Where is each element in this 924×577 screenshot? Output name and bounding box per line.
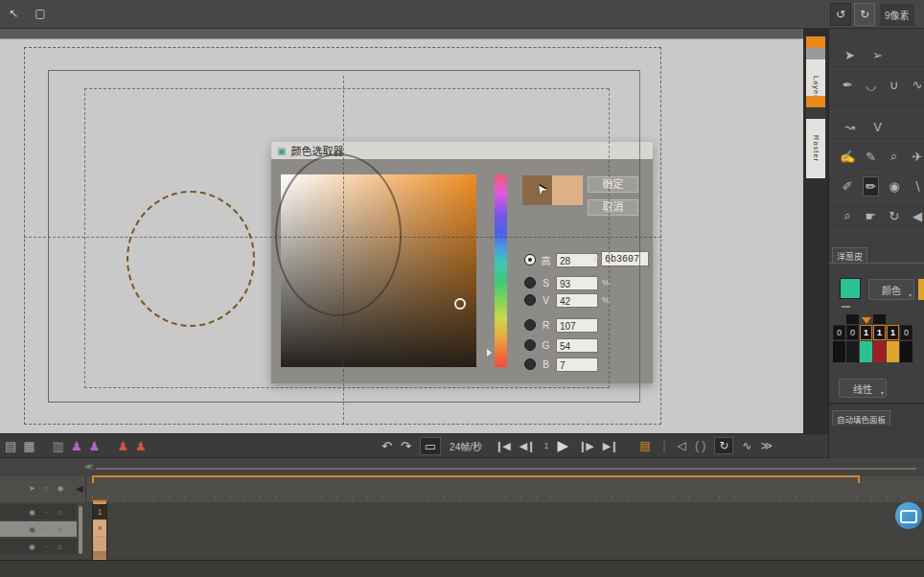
radio-V[interactable] <box>524 294 536 306</box>
lock-icon[interactable]: ⌂ <box>58 508 62 517</box>
radio-G[interactable] <box>524 339 536 351</box>
tab-onion-skin[interactable]: 洋葱皮 <box>832 247 867 264</box>
hand-tool-icon[interactable]: ☛ <box>863 206 878 226</box>
pingpong-icon[interactable]: ∿ <box>742 439 751 452</box>
onion-frame-count-cell[interactable]: 0 <box>900 325 912 340</box>
playback-tool-icon[interactable]: ◀ <box>910 206 924 226</box>
frame-1-drawing-cell[interactable]: ≣ <box>93 520 106 536</box>
radio-R[interactable] <box>524 319 536 331</box>
next-frame-button[interactable]: ❙▶ <box>578 440 593 452</box>
onion-after2-icon[interactable]: ♟ <box>135 439 147 453</box>
first-frame-button[interactable]: ❙◀ <box>495 440 510 452</box>
onion-color-cell[interactable] <box>860 341 872 362</box>
onion-color-swatch-teal[interactable] <box>840 278 861 299</box>
radio-S[interactable] <box>524 277 536 288</box>
onion-frame-count-cell[interactable]: 1 <box>860 325 872 340</box>
field-input-B[interactable]: 7 <box>556 358 598 372</box>
ok-button[interactable]: 确定 <box>588 176 638 193</box>
onion-before-icon[interactable]: ♟ <box>71 439 82 453</box>
transform-tool-icon[interactable]: ✈ <box>910 147 924 167</box>
layer-row[interactable]: ◉·⌂ <box>0 521 77 537</box>
sound-mute-icon[interactable]: ◁ <box>678 439 686 452</box>
pen-tool-icon[interactable]: ✒ <box>840 75 855 95</box>
tab-autofill-panel[interactable]: 自动填色面板 <box>832 410 890 426</box>
play-button[interactable]: ▶ <box>557 437 568 454</box>
eye-icon[interactable]: ◉ <box>29 525 35 534</box>
dot-icon[interactable]: · <box>45 542 48 551</box>
dot-icon[interactable]: · <box>45 508 48 517</box>
onion-color-dropdown[interactable]: 颜色 ▾ <box>868 279 914 300</box>
frame-1-keyframe-cell[interactable]: 1 <box>93 504 106 519</box>
vector-tool-icon[interactable]: V <box>867 117 888 137</box>
timeline-rows-icon[interactable]: ▤ <box>5 439 16 453</box>
line-tool-icon[interactable]: ∖ <box>910 176 924 196</box>
layer-tab[interactable]: Raster <box>806 96 825 178</box>
eye-icon[interactable]: ◉ <box>58 484 64 493</box>
s-curve-tool-icon[interactable]: ∿ <box>910 75 924 95</box>
onion-color-cell[interactable] <box>873 341 886 362</box>
onion-color-swatch-yellow[interactable] <box>918 279 924 300</box>
pencil-tool-icon[interactable]: ✎ <box>863 147 878 167</box>
frame-indicator[interactable]: 1 <box>543 441 547 450</box>
marquee-select-icon[interactable]: ▢ <box>31 3 50 24</box>
field-input-V[interactable]: 42 <box>556 293 598 308</box>
range-end-marker[interactable] <box>854 475 860 483</box>
timeline-grid-icon[interactable]: ▦ <box>23 439 35 453</box>
onion-frame-count-cell[interactable]: 0 <box>833 325 845 340</box>
divider-icon[interactable]: ❘ <box>659 439 669 452</box>
orange-circle-shape[interactable] <box>127 191 255 327</box>
layer-tab-label[interactable]: Raster <box>806 119 825 178</box>
layer-row[interactable]: ◉·⌂ <box>0 539 77 554</box>
selection-tool-icon[interactable]: ➤ <box>840 45 860 65</box>
radio-高[interactable] <box>524 254 536 265</box>
collapse-panel-icon[interactable]: ◀ <box>76 483 83 494</box>
dot-icon[interactable]: · <box>45 525 48 534</box>
smooth-stroke-tool-icon[interactable]: ↝ <box>840 117 860 137</box>
lock-icon[interactable]: ⌂ <box>58 542 62 551</box>
onion-color-cell[interactable] <box>887 341 899 362</box>
frame-bracket-icon[interactable]: ( ) <box>695 439 705 452</box>
lasso-stroke-icon[interactable]: ↻ <box>854 3 875 26</box>
frame-rate-icon[interactable]: ▭ <box>420 437 441 455</box>
range-start-marker[interactable] <box>92 475 98 483</box>
layer-list-scrollbar[interactable] <box>79 506 82 554</box>
radio-B[interactable] <box>524 358 536 370</box>
u-curve-tool-icon[interactable]: ∪ <box>887 75 902 95</box>
dialog-titlebar[interactable]: ▣ 颜色选取器 <box>271 142 653 159</box>
eye-icon[interactable]: ◉ <box>29 508 35 517</box>
fill-pen-tool-icon[interactable]: ✐ <box>840 176 855 196</box>
lock-icon[interactable]: ⌂ <box>58 525 62 534</box>
hue-cursor-marker[interactable] <box>487 349 492 357</box>
onion-color-cell[interactable] <box>900 341 912 362</box>
field-input-R[interactable]: 107 <box>556 318 598 333</box>
onion-after-icon[interactable]: ♟ <box>117 439 128 453</box>
onion-before2-icon[interactable]: ♟ <box>89 439 101 453</box>
step-playback-icon[interactable]: ≫ <box>760 439 773 452</box>
onion-mode-dropdown[interactable]: 线性 ▾ <box>839 379 887 398</box>
onion-frame-count-cell[interactable]: 1 <box>887 325 899 340</box>
exposure-sheet-icon[interactable]: ▥ <box>53 439 64 453</box>
loop-playback-icon[interactable]: ↻ <box>714 437 733 454</box>
timeline-scroll-arrow-icon[interactable]: ≪ <box>84 462 93 472</box>
frame-1-extend-cell[interactable] <box>93 537 106 551</box>
node-edit-tool-icon[interactable]: ➢ <box>867 45 888 65</box>
onion-color-cell[interactable] <box>833 341 845 362</box>
frame-1-column[interactable]: 1 ≣ <box>92 502 107 560</box>
hue-strip[interactable] <box>495 174 507 367</box>
saturation-value-field[interactable] <box>281 174 476 367</box>
frame-ruler[interactable]: 1234567891011121314151617181920212223242… <box>0 476 924 502</box>
onion-color-cell[interactable] <box>846 341 859 362</box>
lock-icon[interactable]: ⌂ <box>44 484 49 493</box>
onion-frame-count-cell[interactable]: 0 <box>846 325 859 340</box>
field-input-高[interactable]: 28 <box>556 253 598 267</box>
cursor-snap-icon[interactable]: ↖ <box>4 3 23 24</box>
lasso-undo-icon[interactable]: ↺ <box>830 3 851 26</box>
edit-stroke-tool-icon[interactable]: ✍ <box>840 147 855 167</box>
visibility-edit-tool-icon[interactable]: ◉ <box>887 176 902 196</box>
curve-tool-icon[interactable]: ◡ <box>863 75 878 95</box>
field-input-S[interactable]: 93 <box>556 276 598 290</box>
inspect-tool-icon[interactable]: ⌕ <box>887 147 902 167</box>
timeline-scrollbar[interactable] <box>96 468 916 470</box>
sv-cursor[interactable] <box>454 298 466 310</box>
frame-1-tail-cell[interactable] <box>93 551 106 559</box>
